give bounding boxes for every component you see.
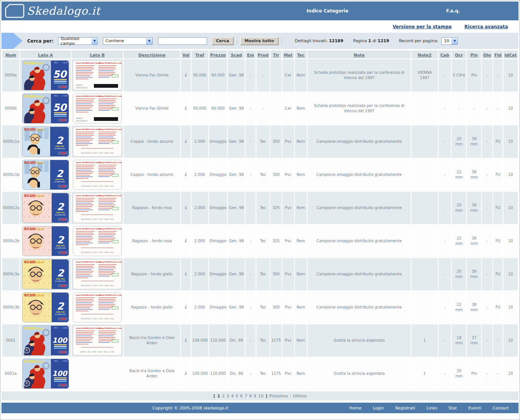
svg-text:Usare RICARICard è facile:: Usare RICARICard è facile: xyxy=(76,327,101,329)
svg-text:di telefonate: di telefonate xyxy=(55,214,66,216)
page-link-8[interactable]: 8 xyxy=(249,394,252,399)
footer-link-registrati[interactable]: Registrati xyxy=(395,406,415,411)
svg-text:FACSIMILE: FACSIMILE xyxy=(76,120,88,122)
last-page-link[interactable]: Ultimo xyxy=(293,394,307,399)
print-version-link[interactable]: Versione per la stampa xyxy=(393,24,451,29)
cell-traf: 2.000 xyxy=(191,158,209,191)
svg-text:Usare RICARICard è facile:: Usare RICARICard è facile: xyxy=(76,261,101,263)
search-match-select[interactable]: Contiene ▼ xyxy=(103,37,153,45)
search-field-select[interactable]: Qualsiasi campo ▼ xyxy=(58,37,98,45)
cell-val: £ xyxy=(181,225,191,258)
column-sort-em[interactable]: Em xyxy=(247,53,254,58)
footer-link-login[interactable]: Login xyxy=(373,406,384,411)
cell-traf: 2.000 xyxy=(191,225,209,258)
page-link-6[interactable]: 6 xyxy=(240,394,243,399)
column-sort-num[interactable]: Num xyxy=(5,53,16,58)
column-sort-lato_a[interactable]: Lato A xyxy=(38,53,53,58)
next-page-link[interactable]: Prossimo xyxy=(269,394,288,399)
cell-idcat: 10 xyxy=(503,324,518,357)
card-back-image[interactable]: Usare RICARICard è facile:Using RICARICa… xyxy=(73,226,122,256)
svg-text:C-0033: C-0033 xyxy=(62,360,68,362)
column-sort-fld[interactable]: Fld xyxy=(494,53,502,58)
page-link-3[interactable]: 3 xyxy=(227,394,229,399)
column-sort-tir[interactable]: Tir xyxy=(273,53,279,58)
cell-note: Scheda prototipo realizzata per la confe… xyxy=(307,92,411,125)
footer-link-links[interactable]: Links xyxy=(426,406,437,411)
cell-prod: Tec xyxy=(256,225,270,258)
card-back-image[interactable]: Usare RICARICard è facile:Using RICARICa… xyxy=(73,160,122,190)
column-sort-val[interactable]: Val xyxy=(182,53,189,58)
cell-em: - xyxy=(245,258,256,291)
records-per-page-select[interactable]: 10 ▼ xyxy=(441,37,458,45)
column-sort-note[interactable]: Note xyxy=(354,53,365,58)
cell-note: Campione omaggio distribuito gratuitamen… xyxy=(307,125,411,158)
column-sort-descr[interactable]: Descrizione xyxy=(138,53,166,58)
page-link-4[interactable]: 4 xyxy=(231,394,234,399)
page-link-9[interactable]: 9 xyxy=(254,394,256,399)
svg-text:C-0037: C-0037 xyxy=(62,128,68,130)
column-sort-pin[interactable]: Pin xyxy=(470,53,478,58)
column-sort-mat[interactable]: Mat xyxy=(284,53,293,58)
nav-indice-categorie[interactable]: Indice Categorie xyxy=(307,8,348,14)
footer-link-home[interactable]: Home xyxy=(349,406,361,411)
cell-traf: 2.000 xyxy=(191,291,209,324)
card-front-image[interactable]: RICARICardTACSC-00372mila liredi telefon… xyxy=(22,193,69,223)
svg-text:TACS: TACS xyxy=(54,294,58,296)
footer-link-eventi[interactable]: Eventi xyxy=(468,406,482,411)
search-input[interactable] xyxy=(158,37,207,45)
advanced-search-link[interactable]: Ricerca avanzata xyxy=(465,24,508,29)
cell-val: £ xyxy=(181,158,191,191)
card-back-image[interactable]: Usare RICARICard è facile:Using RICARICa… xyxy=(73,193,122,223)
page-link-2[interactable]: 2 xyxy=(222,394,225,399)
page-link-10[interactable]: 10 xyxy=(258,394,264,399)
cell-prod: Tec xyxy=(256,291,270,324)
card-front-image[interactable]: RICARICardTACSC-00372mila liredi telefon… xyxy=(22,127,69,157)
column-sort-scad[interactable]: Scad xyxy=(231,53,242,58)
cell-note2: 1 xyxy=(411,357,438,390)
card-back-image[interactable]: Usare RICARICard è facile:Using RICARICa… xyxy=(73,127,122,157)
cell-tec: Rem xyxy=(295,357,308,390)
site-logo[interactable]: Skedalogo.it xyxy=(5,3,100,18)
card-front-image[interactable]: RICARICardTACSC-00372mila liredi telefon… xyxy=(22,292,69,322)
footer-link-contact[interactable]: Contact xyxy=(492,406,509,411)
card-back-image[interactable]: Usare RICARICard è facile:Using RICARICa… xyxy=(73,259,122,289)
column-sort-lato_b[interactable]: Lato B xyxy=(90,53,104,58)
cell-descr: Ragazzo - fondo giallo xyxy=(123,291,181,324)
card-front-image[interactable]: RICARICardTACSC-00372mila liredi telefon… xyxy=(22,259,69,289)
search-button[interactable]: Cerca xyxy=(212,37,234,45)
card-back-image[interactable]: Usare RICARICard è facile:Using RICARICa… xyxy=(73,93,122,124)
card-back-image[interactable]: Usare RICARICard è facile:Using RICARICa… xyxy=(73,325,122,356)
card-front-image[interactable]: RICARICardTACSC-003750TIM xyxy=(22,60,69,90)
nav-faq[interactable]: F.a.q. xyxy=(446,8,460,14)
card-front-image[interactable]: RICARICardTACSC-00372mila liredi telefon… xyxy=(22,160,69,190)
show-all-button[interactable]: Mostra tutto xyxy=(240,37,279,45)
card-back-image[interactable]: Usare RICARICard è facile:Using RICARICa… xyxy=(73,292,122,322)
cell-ocr: 5 Cifre xyxy=(451,59,467,92)
footer-link-stat[interactable]: Stat xyxy=(448,406,457,411)
cell-olo: - xyxy=(482,59,493,92)
results-count: Dettagli trovati: 12189 xyxy=(295,38,344,43)
column-sort-idcat[interactable]: IdCat xyxy=(505,53,517,58)
column-sort-olo[interactable]: Olo xyxy=(483,53,491,58)
column-sort-cab[interactable]: Cab xyxy=(440,53,449,58)
table-row: 0000aRICARICardTACSC-003750TIMUsare RICA… xyxy=(2,59,518,92)
svg-text:361466124 2354 0717 6949 502: 361466124 2354 0717 6949 502 xyxy=(81,185,114,187)
card-front-image[interactable]: RICARICardTACSC-0033100TIMR xyxy=(22,359,69,389)
column-sort-prezzo[interactable]: Prezzo xyxy=(210,53,225,58)
column-sort-ocr[interactable]: Ocr xyxy=(455,53,463,58)
cell-pin: 37 mm xyxy=(466,324,482,357)
column-sort-note2[interactable]: Note2 xyxy=(417,53,431,58)
cell-idcat: 10 xyxy=(503,158,518,191)
card-back-image[interactable]: Usare RICARICard è facile:Using RICARICa… xyxy=(73,60,122,90)
card-front-image[interactable]: RICARICardTACSC-003750TIM xyxy=(22,93,69,124)
page-link-7[interactable]: 7 xyxy=(245,394,247,399)
cell-num: 0000b xyxy=(2,92,20,125)
svg-text:TIM: TIM xyxy=(59,251,66,255)
cell-note2 xyxy=(411,158,438,191)
card-front-image[interactable]: RICARICardTACSC-00372mila liredi telefon… xyxy=(22,226,69,256)
column-sort-tec[interactable]: Tec xyxy=(297,53,305,58)
column-sort-prod[interactable]: Prod xyxy=(258,53,268,58)
column-sort-traf[interactable]: Traf xyxy=(195,53,204,58)
card-front-image[interactable]: RICARICardTACSC-0033100TIMR xyxy=(22,325,69,356)
page-link-5[interactable]: 5 xyxy=(236,394,238,399)
